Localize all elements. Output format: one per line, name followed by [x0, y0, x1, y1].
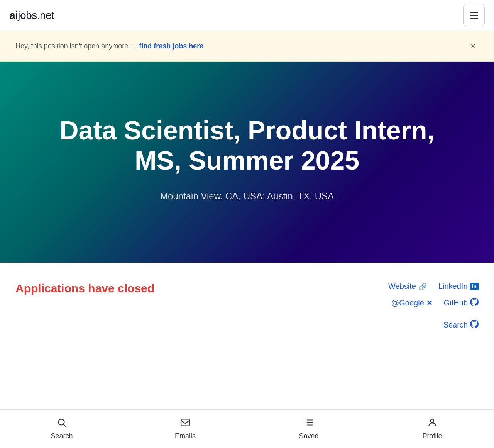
banner-text-static: Hey, this position isn't open anymore →	[15, 42, 137, 50]
banner-message: Hey, this position isn't open anymore → …	[15, 42, 203, 50]
bottom-navigation: Search Emails Saved Profile	[0, 409, 494, 448]
profile-icon	[427, 417, 437, 430]
header: aijobs.net	[0, 0, 494, 31]
svg-point-0	[58, 419, 64, 425]
job-title: Data Scientist, Product Intern, MS, Summ…	[35, 115, 459, 175]
saved-icon	[304, 417, 314, 430]
website-link[interactable]: Website 🔗	[388, 282, 427, 291]
nav-label-saved: Saved	[299, 432, 318, 440]
linkedin-icon: in	[470, 283, 479, 290]
email-icon	[180, 417, 190, 430]
job-location: Mountain View, CA, USA; Austin, TX, USA	[160, 191, 334, 202]
banner-close-button[interactable]: ×	[467, 40, 479, 53]
svg-point-9	[431, 419, 434, 423]
site-logo[interactable]: aijobs.net	[9, 9, 54, 22]
search-preview-link[interactable]: Search	[443, 320, 479, 330]
links-row-2: @Google ✕ GitHub	[391, 298, 479, 308]
notification-banner: Hey, this position isn't open anymore → …	[0, 31, 494, 62]
github-icon	[470, 298, 479, 308]
nav-item-search[interactable]: Search	[0, 410, 124, 448]
svg-rect-2	[181, 419, 189, 426]
linkedin-link[interactable]: LinkedIn in	[438, 282, 479, 291]
hamburger-line-2	[470, 15, 478, 16]
nav-item-profile[interactable]: Profile	[370, 410, 494, 448]
search-preview-icon	[470, 320, 479, 330]
find-jobs-link[interactable]: find fresh jobs here	[139, 42, 203, 50]
x-icon: ✕	[426, 299, 432, 307]
nav-label-search: Search	[51, 432, 73, 440]
google-twitter-label: @Google	[391, 299, 424, 307]
nav-label-emails: Emails	[175, 432, 196, 440]
search-preview-label: Search	[443, 321, 468, 329]
nav-label-profile: Profile	[422, 432, 442, 440]
search-preview-row: Search	[0, 320, 494, 338]
hero-section: Data Scientist, Product Intern, MS, Summ…	[0, 62, 494, 263]
github-link[interactable]: GitHub	[444, 298, 479, 308]
hamburger-line-3	[470, 18, 478, 19]
google-twitter-link[interactable]: @Google ✕	[391, 299, 432, 307]
logo-ai: ai	[9, 9, 18, 21]
logo-rest: jobs.net	[18, 9, 54, 21]
nav-item-saved[interactable]: Saved	[247, 410, 370, 448]
links-row-1: Website 🔗 LinkedIn in	[388, 282, 479, 291]
link-icon: 🔗	[418, 282, 427, 291]
hamburger-button[interactable]	[463, 5, 485, 26]
content-section: Applications have closed Website 🔗 Linke…	[0, 263, 494, 320]
search-icon	[57, 417, 67, 430]
website-label: Website	[388, 282, 416, 291]
svg-line-1	[64, 424, 66, 426]
github-label: GitHub	[444, 299, 468, 307]
linkedin-label: LinkedIn	[438, 282, 468, 291]
hamburger-line-1	[470, 12, 478, 13]
external-links: Website 🔗 LinkedIn in @Google ✕ GitHub	[388, 282, 479, 308]
nav-item-emails[interactable]: Emails	[124, 410, 247, 448]
application-status: Applications have closed	[15, 282, 154, 295]
